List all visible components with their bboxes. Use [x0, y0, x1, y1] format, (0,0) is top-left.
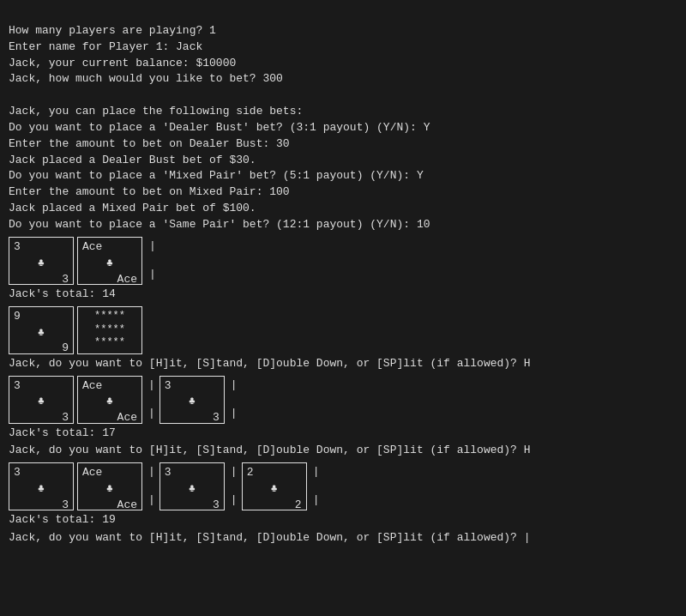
sep-3a: | |	[146, 376, 158, 424]
card-9-spade: 9 ♣ 9	[9, 306, 74, 354]
card-value-top: 3	[14, 465, 69, 481]
line-6: Jack, you can place the following side b…	[9, 105, 303, 118]
line-1: How many players are playing? 1	[9, 24, 216, 37]
line-3: Jack, your current balance: $10000	[9, 57, 236, 69]
card-value-bot: 3	[14, 272, 69, 288]
line-11: Enter the amount to bet on Mixed Pair: 1…	[9, 185, 290, 198]
card-ace-spade-1: Ace ♣ Ace	[77, 237, 142, 285]
card-value-bot: 3	[14, 410, 69, 426]
card-value-top: 2	[247, 465, 302, 481]
card-value-top: 3	[165, 378, 220, 395]
card-group-4: 3 ♣ 3 Ace ♣ Ace | | 3 ♣ 3 | | 2 ♣ 2 | |	[9, 462, 677, 510]
jack-total-14: Jack's total: 14	[9, 287, 677, 303]
line-4: Jack, how much would you like to bet? 30…	[9, 72, 283, 85]
card-ace-spade-3: Ace ♣ Ace	[77, 462, 142, 510]
card-value-top: Ace	[82, 378, 137, 395]
card-suit: ♣	[14, 256, 69, 272]
card-hidden-dealer: ***************	[77, 306, 142, 354]
card-value-top: Ace	[82, 239, 137, 256]
card-suit: ♣	[82, 481, 137, 498]
card-suit: ♣	[82, 256, 137, 272]
card-group-3: 3 ♣ 3 Ace ♣ Ace | | 3 ♣ 3 | |	[9, 376, 677, 424]
line-10: Do you want to place a 'Mixed Pair' bet?…	[9, 169, 424, 182]
sep-3b: | |	[228, 376, 240, 424]
line-7: Do you want to place a 'Dealer Bust' bet…	[9, 121, 430, 134]
card-value-top: 9	[14, 309, 69, 325]
line-2: Enter name for Player 1: Jack	[9, 40, 202, 53]
card-value-top: 3	[14, 239, 69, 256]
card-value-bot: 3	[165, 410, 220, 426]
line-9: Jack placed a Dealer Bust bet of $30.	[9, 154, 256, 166]
line-8: Enter the amount to bet on Dealer Bust: …	[9, 137, 290, 150]
card-value-top: Ace	[82, 465, 137, 481]
prompt-3: Jack, do you want to [H]it, [S]tand, [D]…	[9, 530, 677, 547]
sep-4a: | |	[146, 462, 158, 510]
card-value-bot: Ace	[82, 498, 137, 514]
card-suit: ♣	[82, 394, 137, 410]
prompt-1: Jack, do you want to [H]it, [S]tand, [D]…	[9, 356, 677, 372]
card-suit: ♣	[165, 481, 220, 498]
sep-4b: | |	[228, 462, 240, 510]
card-value-bot: 9	[14, 341, 69, 357]
card-3-spade-1: 3 ♣ 3	[9, 237, 74, 285]
card-separator-1: | |	[146, 237, 159, 285]
prompt-2: Jack, do you want to [H]it, [S]tand, [D]…	[9, 443, 677, 459]
card-3-spade-3: 3 ♣ 3	[159, 376, 225, 424]
card-3-spade-5: 3 ♣ 3	[159, 462, 225, 510]
card-suit: ♣	[14, 325, 69, 341]
card-ace-spade-2: Ace ♣ Ace	[77, 376, 142, 424]
card-group-2: 9 ♣ 9 ***************	[9, 306, 677, 354]
terminal-output: How many players are playing? 1 Enter na…	[9, 7, 677, 233]
line-12: Jack placed a Mixed Pair bet of $100.	[9, 202, 256, 214]
card-value-bot: Ace	[82, 410, 137, 426]
card-value-top: 3	[165, 465, 220, 481]
card-suit: ♣	[14, 481, 69, 498]
card-value-bot: 3	[14, 498, 69, 514]
card-value-top: 3	[14, 378, 69, 395]
card-group-1: 3 ♣ 3 Ace ♣ Ace | |	[9, 237, 677, 285]
card-suit: ♣	[14, 394, 69, 410]
card-value-bot: 2	[247, 498, 302, 514]
card-3-spade-4: 3 ♣ 3	[9, 462, 74, 510]
card-value-bot: 3	[165, 498, 220, 514]
card-2-spade: 2 ♣ 2	[242, 462, 307, 510]
jack-total-17: Jack's total: 17	[9, 426, 677, 442]
jack-total-19: Jack's total: 19	[9, 512, 677, 528]
card-3-spade-2: 3 ♣ 3	[9, 376, 74, 424]
card-suit: ♣	[165, 394, 220, 410]
sep-4c: | |	[310, 462, 322, 510]
line-13: Do you want to place a 'Same Pair' bet? …	[9, 218, 430, 231]
card-value-bot: Ace	[82, 272, 137, 288]
card-suit: ♣	[247, 481, 302, 498]
